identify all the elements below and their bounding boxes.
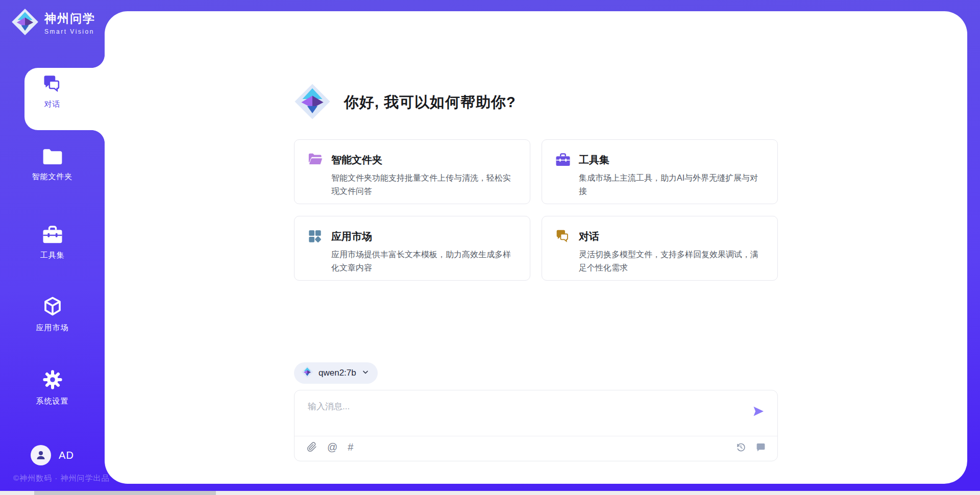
sidebar-item-label: 智能文件夹 <box>0 172 105 182</box>
card-title: 对话 <box>579 229 765 244</box>
cube-icon <box>42 309 63 318</box>
card-description: 应用市场提供丰富长文本模板，助力高效生成多样化文章内容 <box>331 248 518 275</box>
feature-cards: 智能文件夹 智能文件夹功能支持批量文件上传与清洗，轻松实现文件问答 工具集 <box>294 139 778 281</box>
app-title: 神州问学 <box>44 11 95 27</box>
send-icon[interactable] <box>752 405 765 420</box>
mention-icon[interactable]: @ <box>327 442 337 452</box>
model-selector[interactable]: qwen2:7b <box>294 362 378 384</box>
message-input[interactable] <box>295 390 777 433</box>
scrollbar-thumb[interactable] <box>34 491 216 495</box>
main-panel: 你好, 我可以如何帮助你? 智能文件夹 智能文件夹功能支持批量文件上传与清洗，轻… <box>105 11 967 484</box>
message-composer: @ # <box>294 390 778 461</box>
card-app-market[interactable]: 应用市场 应用市场提供丰富长文本模板，助力高效生成多样化文章内容 <box>294 216 530 281</box>
composer-toolbar: @ # <box>295 436 777 461</box>
sidebar-item-label: 应用市场 <box>0 323 105 333</box>
sidebar-item-label: 工具集 <box>0 251 105 260</box>
brand-diamond-icon <box>11 8 39 38</box>
user-name: AD <box>59 450 74 461</box>
app-subtitle: Smart Vision <box>44 28 95 35</box>
history-icon[interactable] <box>736 442 746 453</box>
sidebar: 神州问学 Smart Vision 对话 智能文件夹 <box>0 0 105 495</box>
chevron-down-icon <box>361 368 370 378</box>
card-toolset[interactable]: 工具集 集成市场上主流工具，助力AI与外界无缝扩展与对接 <box>542 139 778 204</box>
sidebar-item-chat[interactable]: 对话 <box>0 75 105 109</box>
folder-open-icon <box>308 153 323 204</box>
attach-icon[interactable] <box>307 441 317 453</box>
user-profile[interactable]: AD <box>0 445 105 465</box>
horizontal-scrollbar[interactable] <box>0 491 980 495</box>
card-title: 应用市场 <box>331 229 518 244</box>
assistant-diamond-icon <box>294 83 331 122</box>
sidebar-item-toolset[interactable]: 工具集 <box>0 226 105 260</box>
toolbox-icon <box>42 237 63 245</box>
sidebar-item-app-market[interactable]: 应用市场 <box>0 296 105 333</box>
sidebar-item-label: 对话 <box>0 100 105 109</box>
greeting-text: 你好, 我可以如何帮助你? <box>344 92 516 113</box>
chat-bubble-icon[interactable] <box>755 442 766 453</box>
toolbox-icon <box>555 153 571 204</box>
app-logo: 神州问学 Smart Vision <box>11 8 95 38</box>
grid-icon <box>308 229 323 280</box>
avatar <box>31 445 51 465</box>
chat-icon <box>555 229 571 280</box>
sidebar-item-smart-folder[interactable]: 智能文件夹 <box>0 148 105 182</box>
folder-icon <box>42 158 63 167</box>
gear-icon <box>42 383 63 391</box>
card-smart-folder[interactable]: 智能文件夹 智能文件夹功能支持批量文件上传与清洗，轻松实现文件问答 <box>294 139 530 204</box>
chat-icon <box>42 86 63 94</box>
card-chat[interactable]: 对话 灵活切换多模型文件，支持多样回复效果调试，满足个性化需求 <box>542 216 778 281</box>
sidebar-item-label: 系统设置 <box>0 397 105 406</box>
model-name: qwen2:7b <box>318 368 356 378</box>
card-description: 灵活切换多模型文件，支持多样回复效果调试，满足个性化需求 <box>579 248 765 275</box>
card-description: 智能文件夹功能支持批量文件上传与清洗，轻松实现文件问答 <box>331 171 518 198</box>
greeting-header: 你好, 我可以如何帮助你? <box>294 83 778 122</box>
model-logo-icon <box>301 366 313 380</box>
card-description: 集成市场上主流工具，助力AI与外界无缝扩展与对接 <box>579 171 765 198</box>
topic-icon[interactable]: # <box>348 442 353 452</box>
sidebar-item-settings[interactable]: 系统设置 <box>0 369 105 406</box>
copyright-text: ©神州数码 · 神州问学出品 <box>13 474 109 483</box>
card-title: 智能文件夹 <box>331 152 518 167</box>
card-title: 工具集 <box>579 152 765 167</box>
